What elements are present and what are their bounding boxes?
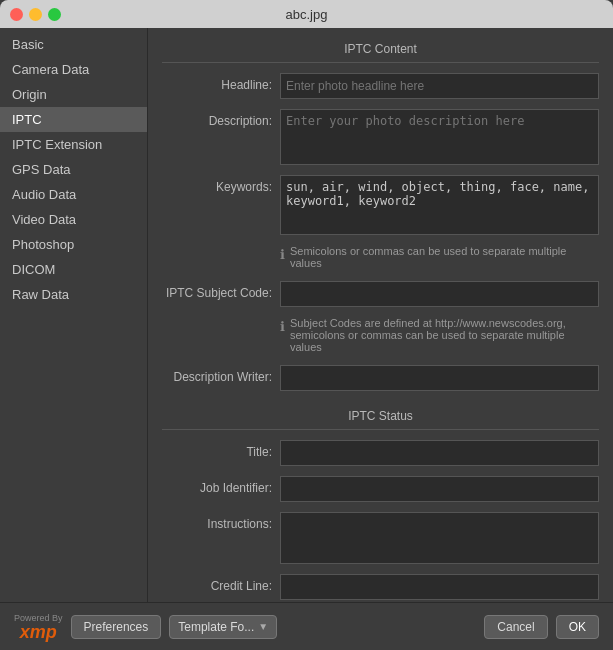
job-identifier-label: Job Identifier: <box>162 476 272 495</box>
title-bar: abc.jpg <box>0 0 613 28</box>
maximize-button[interactable] <box>48 8 61 21</box>
subject-code-input[interactable] <box>280 281 599 307</box>
title-input[interactable] <box>280 440 599 466</box>
description-writer-label: Description Writer: <box>162 365 272 384</box>
headline-row: Headline: <box>162 73 599 99</box>
keywords-hint-text: Semicolons or commas can be used to sepa… <box>290 245 599 269</box>
instructions-label: Instructions: <box>162 512 272 531</box>
job-identifier-input[interactable] <box>280 476 599 502</box>
title-label: Title: <box>162 440 272 459</box>
keywords-row: Keywords: sun, air, wind, object, thing,… <box>162 175 599 235</box>
description-control <box>280 109 599 165</box>
iptc-status-header: IPTC Status <box>162 405 599 430</box>
subject-code-hint-row: ℹ Subject Codes are defined at http://ww… <box>162 317 599 353</box>
minimize-button[interactable] <box>29 8 42 21</box>
subject-code-hint-icon: ℹ <box>280 319 285 334</box>
keywords-hint-row: ℹ Semicolons or commas can be used to se… <box>162 245 599 269</box>
sidebar-item-basic[interactable]: Basic <box>0 32 147 57</box>
description-writer-input[interactable] <box>280 365 599 391</box>
main-content: Basic Camera Data Origin IPTC IPTC Exten… <box>0 28 613 602</box>
instructions-input[interactable] <box>280 512 599 564</box>
template-label: Template Fo... <box>178 620 254 634</box>
description-input[interactable] <box>280 109 599 165</box>
chevron-down-icon: ▼ <box>258 621 268 632</box>
keywords-control: sun, air, wind, object, thing, face, nam… <box>280 175 599 235</box>
subject-code-hint-text: Subject Codes are defined at http://www.… <box>290 317 599 353</box>
headline-label: Headline: <box>162 73 272 92</box>
sidebar-item-camera-data[interactable]: Camera Data <box>0 57 147 82</box>
xmp-logo: xmp <box>20 623 57 641</box>
sidebar-item-gps-data[interactable]: GPS Data <box>0 157 147 182</box>
ok-button[interactable]: OK <box>556 615 599 639</box>
cancel-button[interactable]: Cancel <box>484 615 547 639</box>
footer-branding: Powered By xmp <box>14 613 63 641</box>
template-dropdown[interactable]: Template Fo... ▼ <box>169 615 277 639</box>
credit-line-row: Credit Line: <box>162 574 599 600</box>
keywords-input[interactable]: sun, air, wind, object, thing, face, nam… <box>280 175 599 235</box>
job-identifier-row: Job Identifier: <box>162 476 599 502</box>
sidebar-item-dicom[interactable]: DICOM <box>0 257 147 282</box>
subject-code-row: IPTC Subject Code: <box>162 281 599 307</box>
powered-by-label: Powered By <box>14 613 63 623</box>
description-label: Description: <box>162 109 272 128</box>
sidebar-item-raw-data[interactable]: Raw Data <box>0 282 147 307</box>
subject-code-label: IPTC Subject Code: <box>162 281 272 300</box>
preferences-button[interactable]: Preferences <box>71 615 162 639</box>
credit-line-control <box>280 574 599 600</box>
sidebar-item-origin[interactable]: Origin <box>0 82 147 107</box>
keywords-hint-icon: ℹ <box>280 247 285 262</box>
instructions-row: Instructions: <box>162 512 599 564</box>
keywords-label: Keywords: <box>162 175 272 194</box>
sidebar-item-iptc-extension[interactable]: IPTC Extension <box>0 132 147 157</box>
sidebar-item-photoshop[interactable]: Photoshop <box>0 232 147 257</box>
headline-control <box>280 73 599 99</box>
window-title: abc.jpg <box>286 7 328 22</box>
sidebar-item-video-data[interactable]: Video Data <box>0 207 147 232</box>
instructions-control <box>280 512 599 564</box>
sidebar: Basic Camera Data Origin IPTC IPTC Exten… <box>0 28 148 602</box>
right-panel: IPTC Content Headline: Description: Keyw… <box>148 28 613 602</box>
window-controls[interactable] <box>10 8 61 21</box>
description-writer-control <box>280 365 599 391</box>
sidebar-item-iptc[interactable]: IPTC <box>0 107 147 132</box>
credit-line-input[interactable] <box>280 574 599 600</box>
description-writer-row: Description Writer: <box>162 365 599 391</box>
credit-line-label: Credit Line: <box>162 574 272 593</box>
subject-code-control <box>280 281 599 307</box>
title-control <box>280 440 599 466</box>
headline-input[interactable] <box>280 73 599 99</box>
footer: Powered By xmp Preferences Template Fo..… <box>0 602 613 650</box>
job-identifier-control <box>280 476 599 502</box>
description-row: Description: <box>162 109 599 165</box>
sidebar-item-audio-data[interactable]: Audio Data <box>0 182 147 207</box>
title-row: Title: <box>162 440 599 466</box>
close-button[interactable] <box>10 8 23 21</box>
iptc-content-header: IPTC Content <box>162 38 599 63</box>
